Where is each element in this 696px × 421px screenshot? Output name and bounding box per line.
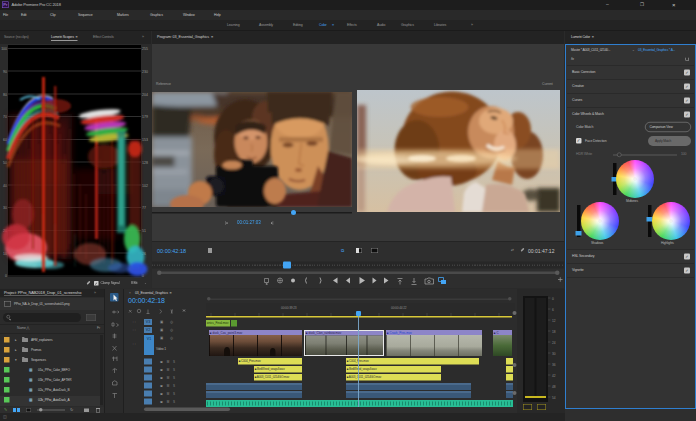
svg-text:12: 12 [552, 319, 556, 323]
svg-text:128: 128 [142, 161, 148, 165]
svg-text:80: 80 [3, 93, 7, 97]
svg-text:153: 153 [142, 138, 148, 142]
svg-text:24: 24 [552, 341, 556, 345]
svg-text:77: 77 [142, 206, 146, 210]
svg-text:230: 230 [142, 70, 148, 74]
svg-text:0: 0 [552, 297, 554, 301]
svg-text:90: 90 [3, 70, 7, 74]
svg-text:255: 255 [142, 47, 148, 51]
svg-text:70: 70 [3, 115, 7, 119]
svg-text:42: 42 [552, 374, 556, 378]
svg-text:30: 30 [3, 206, 7, 210]
svg-text:51: 51 [142, 229, 146, 233]
svg-text:54: 54 [552, 396, 556, 400]
svg-text:179: 179 [142, 115, 148, 119]
svg-text:40: 40 [3, 184, 7, 188]
svg-text:102: 102 [142, 184, 148, 188]
svg-text:204: 204 [142, 93, 148, 97]
svg-text:50: 50 [3, 161, 7, 165]
svg-text:36: 36 [552, 363, 556, 367]
svg-text:6: 6 [552, 308, 554, 312]
svg-text:100: 100 [1, 47, 7, 51]
svg-text:30: 30 [552, 352, 556, 356]
svg-text:18: 18 [552, 330, 556, 334]
svg-text:48: 48 [552, 385, 556, 389]
svg-text:60: 60 [3, 138, 7, 142]
